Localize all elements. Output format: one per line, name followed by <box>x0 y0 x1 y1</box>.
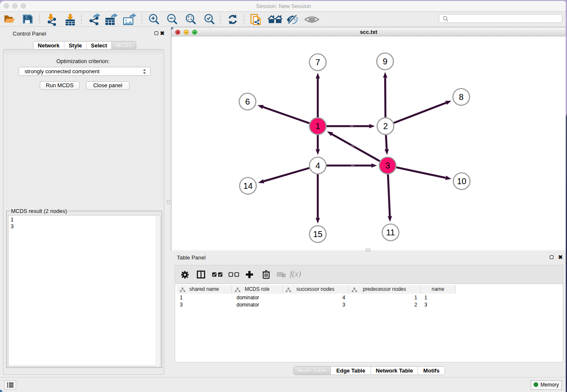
svg-text:14: 14 <box>243 181 253 190</box>
svg-text:4: 4 <box>315 161 320 170</box>
svg-text:9: 9 <box>383 57 387 66</box>
svg-text:2: 2 <box>383 121 388 131</box>
svg-text:15: 15 <box>313 229 322 239</box>
svg-text:1: 1 <box>315 121 320 131</box>
svg-text:11: 11 <box>386 228 395 237</box>
svg-text:10: 10 <box>457 177 466 186</box>
svg-text:8: 8 <box>459 92 463 102</box>
svg-text:6: 6 <box>245 97 250 106</box>
svg-text:3: 3 <box>385 161 390 170</box>
svg-text:7: 7 <box>315 58 320 67</box>
